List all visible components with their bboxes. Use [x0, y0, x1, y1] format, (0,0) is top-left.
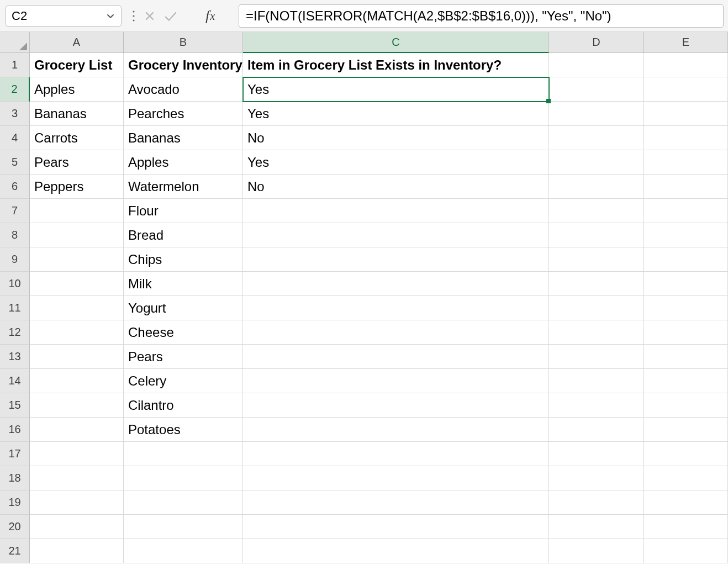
cell-C6[interactable]: No — [243, 175, 549, 199]
cell-A8[interactable] — [30, 223, 124, 247]
cell-E16[interactable] — [644, 418, 728, 442]
cell-B19[interactable] — [124, 490, 243, 515]
cell-A3[interactable]: Bananas — [30, 102, 124, 126]
cell-D2[interactable] — [549, 77, 644, 102]
row-header-14[interactable]: 14 — [0, 369, 30, 393]
cell-E8[interactable] — [644, 223, 728, 247]
cell-A19[interactable] — [30, 490, 124, 515]
column-header-E[interactable]: E — [644, 32, 728, 53]
cell-A1[interactable]: Grocery List — [30, 53, 124, 77]
cell-E19[interactable] — [644, 490, 728, 515]
cell-E7[interactable] — [644, 199, 728, 223]
cell-C12[interactable] — [243, 320, 549, 345]
cell-C7[interactable] — [243, 199, 549, 223]
cell-D11[interactable] — [549, 296, 644, 320]
formula-input[interactable]: =IF(NOT(ISERROR(MATCH(A2,$B$2:$B$16,0)))… — [239, 4, 724, 28]
cell-C1[interactable]: Item in Grocery List Exists in Inventory… — [243, 53, 549, 77]
row-header-17[interactable]: 17 — [0, 442, 30, 466]
cell-C2[interactable]: Yes — [243, 77, 549, 102]
cell-C4[interactable]: No — [243, 126, 549, 150]
column-header-C[interactable]: C — [243, 32, 549, 53]
cell-E17[interactable] — [644, 442, 728, 466]
cell-D19[interactable] — [549, 490, 644, 515]
cell-D21[interactable] — [549, 539, 644, 563]
cancel-icon[interactable] — [144, 10, 156, 22]
fx-label[interactable]: fx — [205, 6, 215, 27]
cell-B20[interactable] — [124, 515, 243, 539]
cell-D16[interactable] — [549, 418, 644, 442]
cell-D5[interactable] — [549, 150, 644, 175]
cell-B18[interactable] — [124, 466, 243, 490]
cell-A9[interactable] — [30, 247, 124, 272]
cell-E11[interactable] — [644, 296, 728, 320]
cell-D17[interactable] — [549, 442, 644, 466]
row-header-3[interactable]: 3 — [0, 102, 30, 126]
cell-E9[interactable] — [644, 247, 728, 272]
cell-B21[interactable] — [124, 539, 243, 563]
cell-E20[interactable] — [644, 515, 728, 539]
cell-B3[interactable]: Pearches — [124, 102, 243, 126]
cell-C14[interactable] — [243, 369, 549, 393]
cell-B13[interactable]: Pears — [124, 345, 243, 369]
cell-E12[interactable] — [644, 320, 728, 345]
cell-A16[interactable] — [30, 418, 124, 442]
cell-B1[interactable]: Grocery Inventory — [124, 53, 243, 77]
cell-B5[interactable]: Apples — [124, 150, 243, 175]
row-header-9[interactable]: 9 — [0, 247, 30, 272]
cell-B17[interactable] — [124, 442, 243, 466]
name-box[interactable]: C2 — [6, 6, 122, 27]
cell-A20[interactable] — [30, 515, 124, 539]
cell-D12[interactable] — [549, 320, 644, 345]
cell-C5[interactable]: Yes — [243, 150, 549, 175]
cell-C20[interactable] — [243, 515, 549, 539]
cell-C16[interactable] — [243, 418, 549, 442]
cell-C19[interactable] — [243, 490, 549, 515]
cell-D3[interactable] — [549, 102, 644, 126]
cell-A2[interactable]: Apples — [30, 77, 124, 102]
cell-A15[interactable] — [30, 393, 124, 418]
select-all-corner[interactable] — [0, 32, 30, 53]
row-header-5[interactable]: 5 — [0, 150, 30, 175]
row-header-1[interactable]: 1 — [0, 53, 30, 77]
row-header-2[interactable]: 2 — [0, 77, 30, 102]
cell-B14[interactable]: Celery — [124, 369, 243, 393]
cell-B8[interactable]: Bread — [124, 223, 243, 247]
cell-C3[interactable]: Yes — [243, 102, 549, 126]
cell-E3[interactable] — [644, 102, 728, 126]
cell-B4[interactable]: Bananas — [124, 126, 243, 150]
row-header-11[interactable]: 11 — [0, 296, 30, 320]
column-header-D[interactable]: D — [549, 32, 644, 53]
cell-D9[interactable] — [549, 247, 644, 272]
cell-C10[interactable] — [243, 272, 549, 296]
cell-E1[interactable] — [644, 53, 728, 77]
cell-D1[interactable] — [549, 53, 644, 77]
row-header-10[interactable]: 10 — [0, 272, 30, 296]
cell-B16[interactable]: Potatoes — [124, 418, 243, 442]
cell-E2[interactable] — [644, 77, 728, 102]
cell-A21[interactable] — [30, 539, 124, 563]
cell-A11[interactable] — [30, 296, 124, 320]
cell-D6[interactable] — [549, 175, 644, 199]
cell-A7[interactable] — [30, 199, 124, 223]
cell-D4[interactable] — [549, 126, 644, 150]
row-header-8[interactable]: 8 — [0, 223, 30, 247]
row-header-19[interactable]: 19 — [0, 490, 30, 515]
row-header-20[interactable]: 20 — [0, 515, 30, 539]
cell-B7[interactable]: Flour — [124, 199, 243, 223]
cell-B6[interactable]: Watermelon — [124, 175, 243, 199]
cell-E10[interactable] — [644, 272, 728, 296]
cell-E21[interactable] — [644, 539, 728, 563]
cell-C18[interactable] — [243, 466, 549, 490]
cell-D13[interactable] — [549, 345, 644, 369]
cell-E6[interactable] — [644, 175, 728, 199]
spreadsheet-grid[interactable]: ABCDE 123456789101112131415161718192021 … — [0, 32, 728, 570]
cell-D15[interactable] — [549, 393, 644, 418]
row-header-7[interactable]: 7 — [0, 199, 30, 223]
chevron-down-icon[interactable] — [105, 11, 115, 21]
vertical-dots-icon[interactable] — [131, 9, 136, 23]
cell-D10[interactable] — [549, 272, 644, 296]
cells-area[interactable]: Grocery ListGrocery InventoryItem in Gro… — [30, 53, 728, 563]
cell-E18[interactable] — [644, 466, 728, 490]
cell-E4[interactable] — [644, 126, 728, 150]
row-header-16[interactable]: 16 — [0, 418, 30, 442]
